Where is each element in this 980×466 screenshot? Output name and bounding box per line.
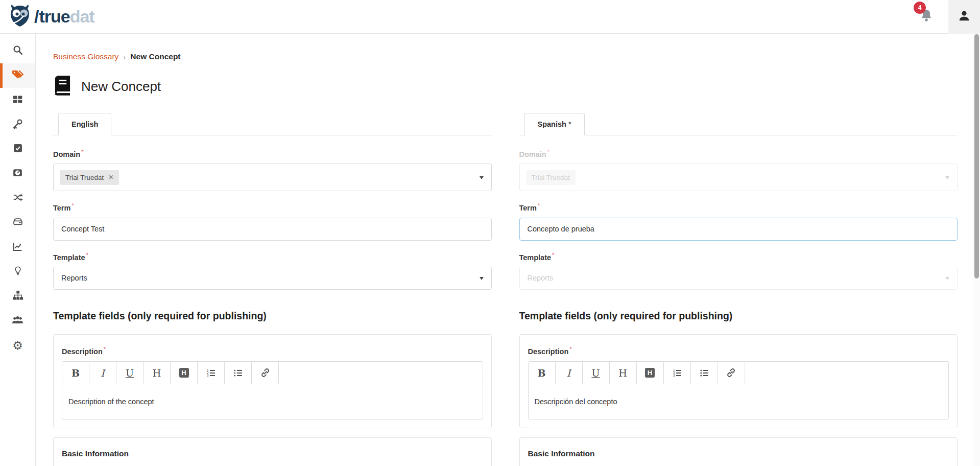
sidebar-item-taxonomy[interactable] — [0, 284, 35, 309]
rich-text-editor-en: B I U H H 123 — [62, 361, 483, 420]
ordered-list-icon[interactable]: 123 — [198, 362, 225, 384]
notifications-button[interactable]: 4 — [920, 9, 933, 25]
sidebar-item-permissions[interactable] — [0, 112, 35, 137]
remove-chip-icon[interactable]: ✕ — [108, 174, 113, 181]
domain-field-es: Domain* Trial Truedat — [519, 149, 958, 191]
sidebar-item-settings[interactable]: ⚙ — [0, 333, 35, 358]
shuffle-icon — [12, 192, 23, 204]
logo-slash: / — [34, 7, 38, 26]
basic-information-heading: Basic Information — [528, 449, 949, 458]
sidebar-item-quality[interactable] — [0, 161, 35, 186]
required-marker: * — [86, 252, 88, 258]
svg-text:3: 3 — [207, 374, 209, 377]
unordered-list-icon[interactable] — [691, 362, 718, 384]
tags-icon — [12, 69, 24, 82]
required-marker: * — [104, 346, 106, 352]
italic-icon[interactable]: I — [556, 362, 583, 384]
sidebar-item-dashboards[interactable] — [0, 235, 35, 260]
tab-spanish[interactable]: Spanish* — [524, 113, 585, 135]
underline-icon[interactable]: U — [116, 362, 144, 384]
underline-icon[interactable]: U — [583, 362, 610, 384]
chart-line-icon — [12, 241, 23, 254]
sidebar-item-lineage[interactable] — [0, 186, 35, 211]
gauge-icon — [12, 168, 23, 180]
heading-icon[interactable]: H — [144, 362, 171, 384]
template-fields-heading-es: Template fields (only required for publi… — [519, 310, 958, 322]
template-label: Template — [519, 253, 552, 262]
check-square-icon — [13, 143, 23, 155]
heading-block-icon[interactable]: H — [637, 362, 664, 384]
bell-icon — [920, 16, 933, 25]
sidebar-item-search[interactable] — [0, 39, 35, 63]
breadcrumb: Business Glossary › New Concept — [53, 52, 958, 61]
domain-chip-en: Trial Truedat ✕ — [60, 170, 119, 185]
tab-required-marker: * — [568, 120, 571, 128]
logo-text-primary: true — [39, 7, 69, 26]
lightbulb-icon — [13, 265, 22, 278]
italic-icon[interactable]: I — [89, 362, 116, 384]
sidebar-item-users[interactable] — [0, 309, 35, 333]
term-label: Term — [53, 204, 70, 213]
sidebar-item-business-glossary[interactable] — [0, 63, 35, 88]
term-input-en[interactable] — [53, 218, 492, 241]
sidebar-item-insights[interactable] — [0, 260, 35, 284]
bold-icon[interactable]: B — [62, 362, 89, 384]
logo-text-secondary: dat — [70, 7, 94, 26]
term-input-es[interactable] — [519, 218, 958, 241]
template-select-en[interactable]: Reports — [53, 267, 492, 290]
template-fields-heading-en: Template fields (only required for publi… — [53, 310, 492, 322]
basic-information-card-en: Basic Information Report level Main repo… — [53, 437, 492, 466]
domain-select-en[interactable]: Trial Truedat ✕ — [53, 164, 492, 191]
users-icon — [12, 315, 23, 327]
key-icon — [12, 119, 23, 131]
ordered-list-icon[interactable]: 123 — [664, 362, 691, 384]
required-marker: * — [552, 252, 554, 258]
heading-block-glyph: H — [179, 368, 189, 378]
sidebar-item-rules[interactable] — [0, 137, 35, 161]
editor-toolbar-es: B I U H H 123 — [529, 362, 949, 384]
term-field-en: Term* — [53, 202, 492, 240]
domain-chip-label: Trial Truedat — [65, 174, 104, 181]
grid-icon — [12, 94, 23, 107]
tab-english[interactable]: English — [58, 113, 111, 135]
required-marker: * — [569, 346, 571, 352]
gear-icon: ⚙ — [12, 340, 23, 352]
heading-icon[interactable]: H — [610, 362, 637, 384]
breadcrumb-business-glossary[interactable]: Business Glossary — [53, 52, 118, 61]
storage-drive-icon — [12, 217, 23, 229]
description-editor-es[interactable]: Descripción del concepto — [529, 384, 949, 419]
sidebar-item-modules[interactable] — [0, 88, 35, 112]
editor-toolbar-en: B I U H H 123 — [62, 362, 483, 384]
vertical-scrollbar[interactable] — [973, 34, 980, 466]
owl-logo-icon — [8, 4, 32, 30]
heading-block-icon[interactable]: H — [171, 362, 198, 384]
scrollbar-thumb[interactable] — [974, 34, 979, 278]
description-editor-en[interactable]: Description of the concept — [62, 384, 483, 419]
search-icon — [12, 44, 23, 58]
bold-icon[interactable]: B — [529, 362, 556, 384]
template-field-en: Template* Reports — [53, 252, 492, 290]
description-card-es: Description* B I U H H 123 — [519, 334, 958, 428]
app-header: /truedat 4 — [0, 0, 980, 34]
user-menu-button[interactable] — [948, 0, 980, 34]
unordered-list-icon[interactable] — [225, 362, 252, 384]
required-marker: * — [71, 202, 74, 208]
truedat-logo[interactable]: /truedat — [8, 4, 94, 30]
link-icon[interactable] — [252, 362, 279, 384]
english-tab-row: English — [53, 113, 492, 135]
template-label: Template — [53, 253, 85, 262]
basic-information-card-es: Basic Information Report level Main repo… — [519, 437, 958, 466]
tab-spanish-label: Spanish — [538, 120, 566, 128]
spanish-column: Spanish* Domain* Trial Truedat Term* — [519, 113, 958, 466]
required-marker: * — [547, 149, 549, 155]
description-label: Description — [528, 347, 569, 356]
english-column: English Domain* Trial Truedat ✕ Term* — [53, 113, 492, 466]
breadcrumb-current: New Concept — [130, 52, 180, 61]
tab-english-label: English — [71, 120, 98, 128]
sidebar-nav: ⚙ — [0, 34, 36, 466]
sidebar-item-data-structures[interactable] — [0, 211, 35, 235]
concept-book-icon — [53, 75, 72, 99]
link-icon[interactable] — [718, 362, 745, 384]
breadcrumb-separator-icon: › — [123, 53, 126, 61]
domain-chip-label: Trial Truedat — [532, 174, 570, 181]
